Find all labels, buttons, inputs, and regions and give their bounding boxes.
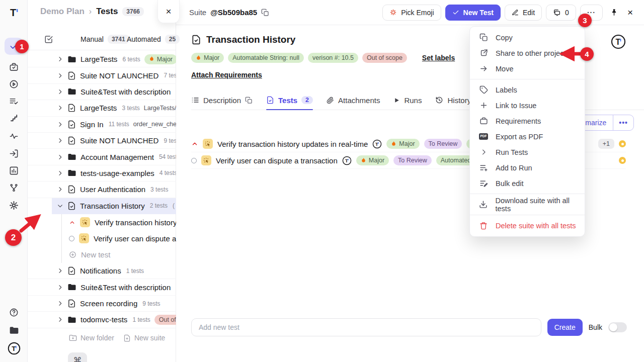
tab-description[interactable]: Description bbox=[191, 93, 253, 110]
tab-manual[interactable]: Manual 3741 bbox=[80, 35, 129, 44]
chevron-right-icon[interactable] bbox=[57, 316, 63, 323]
chevron-right-icon[interactable] bbox=[57, 300, 63, 307]
copy-suite-id-icon[interactable] bbox=[261, 9, 269, 17]
bulk-select-icon[interactable] bbox=[44, 35, 53, 44]
tree-new-test-button[interactable]: New test bbox=[62, 247, 176, 263]
chevron-right-icon[interactable] bbox=[57, 88, 63, 95]
tab-automated[interactable]: Automated 25 bbox=[127, 35, 180, 44]
new-folder-button[interactable]: New folder bbox=[69, 334, 114, 342]
test-title[interactable]: Verify user can dispute a transaction bbox=[216, 156, 338, 165]
label-text: Out of scope bbox=[367, 54, 403, 61]
account-logo-icon[interactable]: T bbox=[5, 340, 23, 357]
breadcrumb-project[interactable]: Demo Plan bbox=[40, 7, 85, 17]
menu-item-copy[interactable]: Copy bbox=[470, 30, 585, 45]
nav-import-icon[interactable] bbox=[5, 145, 23, 162]
projects-folder-icon[interactable] bbox=[5, 322, 23, 339]
chevron-right-icon[interactable] bbox=[57, 121, 63, 128]
tab-runs[interactable]: Runs bbox=[393, 93, 422, 110]
summarize-more-button[interactable]: ••• bbox=[613, 115, 633, 130]
nav-checklist-icon[interactable] bbox=[5, 93, 23, 110]
chevron-right-icon[interactable] bbox=[57, 137, 63, 144]
app-logo[interactable]: T bbox=[8, 7, 20, 19]
nav-branch-icon[interactable] bbox=[5, 179, 23, 196]
status-circle-icon[interactable] bbox=[191, 158, 197, 163]
edit-button[interactable]: Edit bbox=[505, 5, 542, 21]
project-logo-avatar[interactable]: T bbox=[611, 34, 626, 49]
nav-reports-icon[interactable] bbox=[5, 162, 23, 179]
bulk-toggle[interactable] bbox=[608, 322, 627, 332]
tree-row-folder[interactable]: todomvc-tests 1 tests Out of scope bbox=[28, 312, 176, 328]
tree-test-row[interactable]: Verify transaction history updates in re… bbox=[62, 214, 176, 230]
set-labels-link[interactable]: Set labels bbox=[422, 54, 455, 62]
menu-item-label: Add to Run bbox=[496, 164, 532, 172]
tree-row-suite[interactable]: Notifications 1 tests bbox=[28, 263, 176, 279]
tree-row-suite[interactable]: Suite NOT LAUNCHED 7 tests bbox=[28, 67, 176, 83]
tree-row-suite[interactable]: Screen recording 9 tests bbox=[28, 296, 176, 312]
command-palette-button[interactable]: ⌘ bbox=[68, 352, 87, 362]
suite-label: tests-usage-examples bbox=[80, 169, 154, 177]
pin-icon[interactable] bbox=[610, 8, 618, 17]
create-button[interactable]: Create bbox=[547, 319, 583, 336]
label-automatable[interactable]: Automatable String: null bbox=[228, 53, 304, 63]
tree-row-folder[interactable]: tests-usage-examples 4 tests bbox=[28, 165, 176, 182]
status-dot-icon[interactable] bbox=[619, 140, 626, 147]
tree-row-suite[interactable]: LargeTests 3 tests LargeTests/E bbox=[28, 100, 176, 116]
tab-tests[interactable]: Tests 2 bbox=[266, 93, 313, 110]
nav-steps-icon[interactable] bbox=[5, 110, 23, 127]
more-labels-badge[interactable]: +1 bbox=[598, 139, 614, 149]
suite-count: 1 tests bbox=[126, 267, 144, 275]
menu-item-link-to-issue[interactable]: Link to Issue bbox=[470, 98, 585, 113]
test-title[interactable]: Verify transaction history updates in re… bbox=[217, 140, 368, 148]
add-new-test-input[interactable] bbox=[191, 318, 541, 336]
tree-row-folder[interactable]: Suite&Test with description bbox=[28, 84, 176, 100]
tree-row-folder[interactable]: Account Management 54 tests bbox=[28, 149, 176, 165]
label-major[interactable]: Major bbox=[191, 53, 224, 63]
comments-button[interactable]: 0 bbox=[546, 5, 576, 21]
chevron-right-icon[interactable] bbox=[57, 56, 63, 62]
close-tree-button[interactable]: × bbox=[157, 0, 180, 23]
menu-item-bulk-edit[interactable]: Bulk edit bbox=[470, 175, 585, 191]
menu-item-requirements[interactable]: Requirements bbox=[470, 113, 585, 129]
nav-runs-icon[interactable] bbox=[5, 75, 23, 93]
copy-icon[interactable] bbox=[245, 97, 253, 104]
chevron-right-icon[interactable] bbox=[57, 284, 63, 291]
chevron-right-icon[interactable] bbox=[57, 267, 63, 274]
menu-item-export-pdf[interactable]: PDF Export as PDF bbox=[470, 129, 585, 144]
pick-emoji-button[interactable]: Pick Emoji bbox=[382, 5, 441, 21]
caret-up-icon[interactable] bbox=[191, 140, 198, 147]
tree-row-suite-selected[interactable]: Transaction History 2 tests ( bbox=[52, 198, 176, 214]
menu-item-add-to-run[interactable]: Add to Run bbox=[470, 160, 585, 175]
new-suite-button[interactable]: New suite bbox=[123, 334, 165, 342]
tree-row-suite[interactable]: Sign In 11 tests order_new_check bbox=[28, 117, 176, 133]
menu-item-share[interactable]: Share to other projects bbox=[470, 45, 585, 61]
menu-item-move[interactable]: Move bbox=[470, 61, 585, 76]
new-test-button[interactable]: New Test bbox=[445, 5, 501, 21]
menu-item-run-tests[interactable]: Run Tests bbox=[470, 144, 585, 160]
nav-pulse-icon[interactable] bbox=[5, 127, 23, 144]
tree-test-row[interactable]: Verify user can dispute a transaction bbox=[62, 230, 176, 246]
tree-row-folder[interactable]: Suite&Test with description bbox=[28, 279, 176, 295]
tree-row-folder[interactable]: LargeTests 6 tests Major bbox=[28, 51, 176, 67]
chevron-right-icon[interactable] bbox=[57, 186, 63, 193]
chevron-right-icon[interactable] bbox=[57, 154, 63, 160]
status-dot-icon[interactable] bbox=[619, 157, 626, 164]
close-panel-icon[interactable]: × bbox=[627, 7, 633, 18]
label-out-of-scope[interactable]: Out of scope bbox=[362, 53, 407, 63]
chevron-right-icon[interactable] bbox=[57, 170, 63, 176]
attach-requirements-link[interactable]: Attach Requirements bbox=[191, 71, 262, 79]
tab-attachments[interactable]: Attachments bbox=[327, 93, 380, 110]
tree-row-suite[interactable]: Suite NOT LAUNCHED 9 tests bbox=[28, 133, 176, 149]
nav-plans-icon[interactable] bbox=[5, 58, 23, 75]
label-version[interactable]: verison #: 10.5 bbox=[308, 53, 358, 63]
menu-item-download-suite[interactable]: Download suite with all tests bbox=[470, 197, 585, 212]
breadcrumb-section[interactable]: Tests bbox=[96, 7, 118, 17]
chevron-right-icon[interactable] bbox=[57, 105, 63, 111]
nav-settings-icon[interactable] bbox=[5, 197, 23, 214]
menu-item-delete-suite[interactable]: Delete suite with all tests bbox=[470, 218, 585, 233]
chevron-right-icon[interactable] bbox=[57, 72, 63, 79]
tree-row-suite[interactable]: User Authentication 3 tests bbox=[28, 182, 176, 198]
menu-item-labels[interactable]: Labels bbox=[470, 82, 585, 98]
chevron-down-icon[interactable] bbox=[57, 203, 63, 209]
help-icon[interactable] bbox=[5, 304, 23, 321]
tab-history[interactable]: History bbox=[435, 93, 471, 110]
